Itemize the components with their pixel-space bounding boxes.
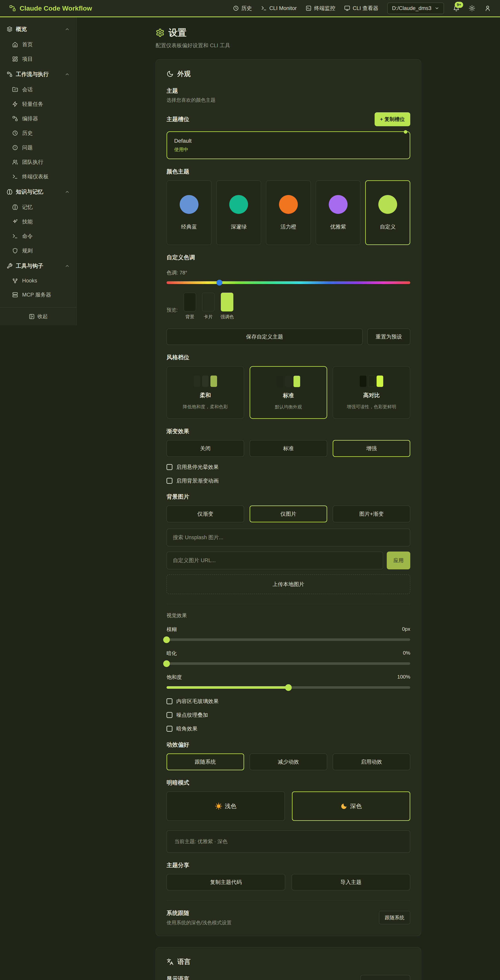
blur-slider-thumb[interactable]: [163, 636, 170, 643]
hue-slider[interactable]: [167, 281, 410, 284]
sidebar-section-workflow[interactable]: 工作流与执行: [0, 66, 76, 82]
appearance-title: 外观: [177, 69, 190, 78]
mode-light-button[interactable]: 浅色: [167, 791, 285, 821]
blur-value: 0px: [402, 626, 410, 633]
sidebar-item-hooks[interactable]: Hooks: [0, 274, 76, 288]
sidebar-section-overview[interactable]: 概览: [0, 21, 76, 37]
appearance-card: 外观 主题 选择您喜欢的颜色主题 主题槽位 + 复制槽位 Default 使用中…: [156, 59, 421, 936]
hover-glow-checkbox-row[interactable]: 启用悬停光晕效果: [167, 463, 410, 471]
sidebar-item-rules[interactable]: 规则: [0, 243, 76, 258]
vignette-checkbox[interactable]: [167, 726, 172, 732]
sidebar-item-skills[interactable]: 技能: [0, 215, 76, 229]
theme-option-elegant-purple[interactable]: 优雅紫: [316, 180, 361, 245]
sidebar-item-terminal-dashboard[interactable]: 终端仪表板: [0, 169, 76, 184]
folder-icon: [12, 87, 18, 92]
user-icon[interactable]: [484, 5, 491, 11]
darken-slider-thumb[interactable]: [163, 660, 170, 667]
sidebar-item-label: 技能: [22, 218, 33, 225]
motion-follow-system[interactable]: 跟随系统: [167, 753, 244, 770]
page-title: 设置: [168, 27, 187, 39]
project-selector[interactable]: D:/Claude_dms3: [387, 3, 444, 14]
reset-preset-button[interactable]: 重置为预设: [367, 328, 410, 345]
page-title-row: 设置: [156, 27, 421, 39]
style-tier-soft[interactable]: 柔和 降低饱和度，柔和色彩: [167, 366, 244, 419]
app-title: Claude Code Workflow: [20, 5, 92, 12]
motion-enable[interactable]: 启用动效: [333, 753, 410, 770]
tier-swatch-bars: [194, 375, 217, 387]
motion-reduce[interactable]: 减少动效: [249, 753, 327, 770]
sidebar-item-history[interactable]: 历史: [0, 126, 76, 140]
sidebar-item-projects[interactable]: 项目: [0, 52, 76, 66]
sidebar-collapse-button[interactable]: 收起: [0, 307, 76, 325]
apply-url-button[interactable]: 应用: [387, 552, 410, 570]
sidebar-item-issues[interactable]: 问题: [0, 140, 76, 155]
copy-theme-code-button[interactable]: 复制主题代码: [167, 874, 285, 891]
saturation-slider[interactable]: [167, 686, 410, 689]
save-custom-theme-button[interactable]: 保存自定义主题: [167, 328, 363, 345]
noise-checkbox-row[interactable]: 噪点纹理叠加: [167, 711, 410, 719]
style-tier-high-contrast[interactable]: 高对比 增强可读性，色彩更鲜明: [333, 366, 410, 419]
sidebar-item-team-execution[interactable]: 团队执行: [0, 155, 76, 169]
noise-checkbox[interactable]: [167, 712, 172, 718]
chevron-up-icon: [65, 27, 70, 32]
theme-option-classic-blue[interactable]: 经典蓝: [167, 180, 212, 245]
nav-cli-viewer[interactable]: CLI 查看器: [344, 5, 378, 12]
sidebar-item-mcp-servers[interactable]: MCP 服务器: [0, 288, 76, 302]
hue-slider-thumb[interactable]: [216, 280, 222, 286]
unsplash-search-input[interactable]: [167, 528, 410, 546]
mode-dark-label: 深色: [350, 802, 362, 810]
bg-animation-checkbox-row[interactable]: 启用背景渐变动画: [167, 477, 410, 484]
mode-options: 浅色 深色: [167, 791, 410, 821]
bg-option-gradient-only[interactable]: 仅渐变: [167, 506, 244, 522]
nav-history-label: 历史: [241, 5, 252, 12]
gradient-option-enhanced[interactable]: 增强: [333, 440, 410, 457]
nav-cli-monitor[interactable]: CLI Monitor: [261, 5, 297, 11]
system-follow-title: 系统跟随: [167, 909, 232, 917]
gradient-label: 渐变效果: [167, 428, 410, 435]
sidebar-section-label: 工具与钩子: [16, 262, 43, 270]
custom-url-input[interactable]: [167, 552, 383, 570]
upload-local-image-button[interactable]: 上传本地图片: [167, 574, 410, 594]
language-select[interactable]: CN 中文: [360, 975, 410, 980]
sidebar-item-home[interactable]: 首页: [0, 37, 76, 52]
system-follow-button[interactable]: 跟随系统: [379, 911, 410, 924]
sidebar-item-label: 问题: [22, 144, 33, 151]
sidebar-item-commands[interactable]: 命令: [0, 229, 76, 243]
copy-slot-button[interactable]: + 复制槽位: [375, 112, 410, 126]
saturation-slider-thumb[interactable]: [285, 684, 292, 691]
glass-checkbox-row[interactable]: 内容区毛玻璃效果: [167, 698, 410, 705]
sidebar-item-orchestrator[interactable]: 编排器: [0, 111, 76, 126]
theme-option-custom[interactable]: 自定义: [365, 180, 410, 245]
bg-option-image-only[interactable]: 仅图片: [249, 506, 327, 522]
gradient-option-off[interactable]: 关闭: [167, 440, 244, 457]
motion-label: 动效偏好: [167, 741, 410, 749]
theme-slot-default[interactable]: Default 使用中: [167, 131, 410, 159]
notifications-button[interactable]: 9+: [453, 5, 460, 11]
vignette-checkbox-row[interactable]: 暗角效果: [167, 725, 410, 732]
darken-slider[interactable]: [167, 662, 410, 665]
sidebar-item-light-tasks[interactable]: 轻量任务: [0, 97, 76, 111]
languages-icon: [167, 958, 174, 965]
nav-terminal-monitor[interactable]: 终端监控: [306, 5, 335, 12]
hover-glow-checkbox[interactable]: [167, 464, 172, 470]
sidebar-section-knowledge[interactable]: 知识与记忆: [0, 184, 76, 200]
motion-options: 跟随系统 减少动效 启用动效: [167, 753, 410, 770]
theme-option-deep-green[interactable]: 深邃绿: [216, 180, 261, 245]
nav-history[interactable]: 历史: [233, 5, 252, 12]
import-theme-button[interactable]: 导入主题: [292, 874, 410, 891]
hue-value-label: 色调: 78°: [167, 269, 410, 276]
bg-option-image-gradient[interactable]: 图片+渐变: [333, 506, 410, 522]
sidebar-section-tools[interactable]: 工具与钩子: [0, 258, 76, 274]
brightness-toggle-icon[interactable]: [469, 5, 475, 11]
style-tier-standard[interactable]: 标准 默认均衡外观: [249, 366, 327, 419]
bg-animation-checkbox[interactable]: [167, 478, 172, 484]
preview-accent-swatch: [221, 293, 233, 312]
glass-checkbox[interactable]: [167, 698, 172, 704]
gradient-option-standard[interactable]: 标准: [249, 440, 327, 457]
theme-option-vibrant-orange[interactable]: 活力橙: [266, 180, 311, 245]
sidebar-item-memory[interactable]: 记忆: [0, 200, 76, 215]
sidebar-item-sessions[interactable]: 会话: [0, 82, 76, 97]
mode-dark-button[interactable]: 深色: [292, 791, 410, 821]
preview-swatch-label: 卡片: [204, 314, 213, 320]
blur-slider[interactable]: [167, 638, 410, 641]
